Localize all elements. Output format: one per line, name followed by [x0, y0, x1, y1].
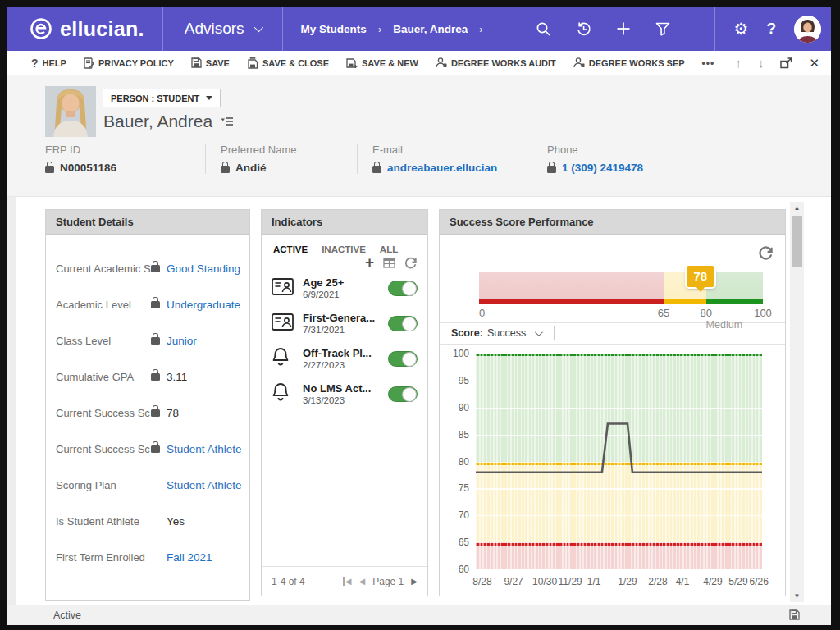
phone-link[interactable]: 1 (309) 2419478	[562, 162, 643, 174]
main-content: Student Details Current Academic SGood S…	[7, 197, 831, 605]
more-commands-button[interactable]: •••	[702, 57, 715, 69]
field-label: Current Success Sc	[56, 443, 151, 455]
left-gutter	[7, 197, 16, 605]
score-line-series	[476, 424, 762, 472]
person-icon	[436, 57, 447, 68]
settings-gear-icon[interactable]: ⚙	[733, 21, 748, 37]
x-axis-label: 5/29	[728, 576, 747, 587]
indicator-toggle[interactable]	[388, 351, 418, 367]
chevron-down-icon	[253, 23, 262, 32]
add-indicator-icon[interactable]: +	[365, 256, 374, 269]
app-name-label: Advisors	[185, 20, 244, 38]
save-and-close-button[interactable]: SAVE & CLOSE	[247, 57, 329, 69]
field-erp-id: ERP ID N00051186	[45, 144, 205, 174]
degree-works-sep-button[interactable]: DEGREE WORKS SEP	[573, 57, 685, 68]
lock-icon	[221, 166, 230, 173]
panel-title: Success Score Performance	[440, 210, 785, 235]
indicator-item: Age 25+6/9/2021	[272, 274, 418, 302]
indicator-toggle[interactable]	[388, 386, 418, 402]
gauge-marker: 78	[687, 266, 714, 287]
search-icon[interactable]	[536, 21, 551, 37]
field-row: Current Success ScStudent Athlete	[56, 441, 241, 456]
indicator-toggle[interactable]	[388, 316, 418, 331]
gauge-tick-label: 100	[754, 307, 772, 319]
next-record-icon[interactable]: ↓	[758, 56, 765, 70]
y-axis-label: 100	[446, 348, 469, 359]
person-name: Bauer, Andrea	[103, 112, 234, 131]
chevron-down-icon[interactable]	[535, 328, 543, 336]
view-switcher-icon[interactable]	[221, 116, 234, 126]
refresh-icon[interactable]	[404, 257, 418, 269]
help-button[interactable]: ? HELP	[31, 57, 66, 70]
user-avatar[interactable]	[794, 16, 821, 43]
field-value[interactable]: Student Athlete	[167, 479, 241, 491]
id-card-icon	[272, 278, 303, 299]
field-value[interactable]: Fall 2021	[167, 551, 241, 564]
privacy-policy-button[interactable]: PRIVACY POLICY	[84, 57, 174, 69]
entity-type-selector[interactable]: PERSON : STUDENT	[103, 89, 221, 107]
previous-page-icon[interactable]: ◀	[359, 577, 366, 586]
scroll-up-icon[interactable]: ▲	[790, 202, 804, 214]
save-and-new-button[interactable]: SAVE & NEW	[346, 57, 418, 69]
save-close-icon	[247, 57, 258, 69]
recent-items-icon[interactable]	[576, 21, 591, 37]
lock-icon	[151, 445, 160, 453]
field-label: Current Academic S	[56, 262, 151, 275]
y-axis-label: 80	[446, 456, 469, 468]
help-icon[interactable]: ?	[766, 20, 776, 38]
student-details-body: Current Academic SGood StandingAcademic …	[46, 235, 249, 564]
filter-icon[interactable]	[655, 22, 670, 36]
chart-plot-area	[476, 354, 762, 569]
person-icon	[573, 57, 585, 68]
pagination-range: 1-4 of 4	[272, 576, 305, 587]
indicator-date: 2/27/2023	[303, 360, 388, 370]
indicator-name: First-Genera...	[303, 312, 388, 324]
save-button[interactable]: SAVE	[191, 57, 230, 68]
field-value[interactable]: Undergraduate	[167, 299, 241, 311]
grid-view-icon[interactable]	[383, 258, 395, 268]
indicator-toggle[interactable]	[388, 281, 418, 296]
vertical-scrollbar[interactable]: ▲ ▼	[790, 202, 804, 602]
student-details-panel: Student Details Current Academic SGood S…	[45, 209, 250, 601]
field-phone: Phone 1 (309) 2419478	[532, 144, 712, 174]
field-value[interactable]: Student Athlete	[167, 443, 241, 455]
field-value[interactable]: Junior	[167, 335, 241, 347]
save-status-icon[interactable]	[789, 609, 800, 623]
tab-inactive[interactable]: INACTIVE	[322, 244, 366, 254]
field-value: Yes	[167, 515, 241, 527]
y-axis-label: 65	[446, 536, 469, 548]
field-value[interactable]: Good Standing	[167, 262, 241, 275]
ellucian-logo[interactable]: ellucian.	[7, 17, 144, 41]
y-axis-label: 95	[446, 375, 469, 386]
lock-icon	[547, 166, 556, 173]
previous-record-icon[interactable]: ↑	[735, 56, 742, 70]
field-label: First Term Enrolled	[56, 551, 151, 564]
close-icon[interactable]: ✕	[809, 56, 819, 71]
field-row: Current Academic SGood Standing	[56, 261, 241, 276]
x-axis-label: 1/29	[618, 576, 637, 587]
lock-icon	[45, 166, 54, 173]
lock-icon	[151, 265, 160, 272]
field-label: Current Success Sc	[56, 407, 151, 419]
email-link[interactable]: andreabauer.ellucian	[387, 162, 497, 174]
field-label: Class Level	[56, 335, 151, 347]
popout-icon[interactable]	[780, 57, 792, 69]
add-icon[interactable]	[616, 21, 631, 36]
scrollbar-thumb[interactable]	[792, 216, 802, 267]
app-switcher[interactable]: Advisors	[163, 7, 282, 51]
tab-active[interactable]: ACTIVE	[273, 244, 308, 254]
field-row: Academic LevelUndergraduate	[56, 297, 241, 312]
next-page-icon[interactable]: ▶	[411, 577, 418, 586]
gauge-tick-label: 0	[479, 307, 485, 319]
top-navigation-bar: ellucian. Advisors My Students › Bauer, …	[7, 7, 831, 51]
field-email: E-mail andreabauer.ellucian	[357, 144, 532, 174]
breadcrumb-my-students[interactable]: My Students	[301, 23, 367, 35]
x-axis-label: 4/1	[676, 576, 690, 587]
scroll-down-icon[interactable]: ▼	[790, 590, 804, 602]
degree-works-audit-button[interactable]: DEGREE WORKS AUDIT	[436, 57, 556, 68]
refresh-icon[interactable]	[759, 246, 774, 263]
breadcrumb-student-name[interactable]: Bauer, Andrea	[393, 23, 468, 35]
field-row: Scoring PlanStudent Athlete	[56, 477, 241, 492]
first-page-icon[interactable]: ◀	[343, 577, 352, 586]
tab-all[interactable]: ALL	[380, 244, 398, 254]
